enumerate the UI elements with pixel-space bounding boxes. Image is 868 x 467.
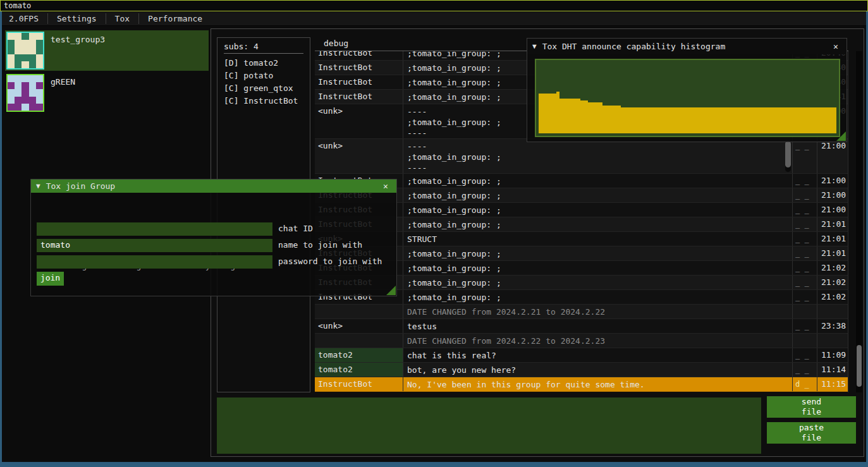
histogram-bar-segment <box>602 106 621 133</box>
message-status-flags: d _ <box>793 377 817 391</box>
window-titlebar[interactable]: tomato <box>0 0 868 11</box>
message-text: bot, are you new here? <box>403 363 793 377</box>
message-timestamp: 21:01 <box>817 246 848 260</box>
paste-file-button[interactable]: paste file <box>767 422 856 444</box>
message-timestamp: 21:00 <box>817 139 848 173</box>
join-name-input[interactable]: tomato <box>37 239 272 252</box>
chat-id-input[interactable] <box>37 222 272 236</box>
dht-histogram-plot <box>535 59 840 137</box>
join-group-window: ▼ Tox join Group ✕ NGC refers to the New… <box>30 179 397 296</box>
message-status-flags <box>793 305 817 318</box>
join-button[interactable]: join <box>37 272 64 286</box>
message-sender: tomato2 <box>315 363 403 377</box>
menu-bar: 2.0FPS SettingsToxPerformance <box>0 12 868 26</box>
message-timestamp: 21:02 <box>817 290 848 304</box>
menu-item-tox[interactable]: Tox <box>106 12 138 25</box>
message-sender <box>315 334 403 348</box>
member-item[interactable]: [C] potato <box>224 70 303 82</box>
subs-header: subs: 4 <box>224 42 303 51</box>
message-status-flags: _ _ <box>793 261 817 275</box>
message-text: ;tomato_in_group: ; <box>403 217 793 231</box>
message-timestamp: 21:02 <box>817 276 848 289</box>
message-timestamp: 11:14 <box>817 363 848 377</box>
message-text: ;tomato_in_group: ; <box>403 290 793 304</box>
message-timestamp <box>817 305 848 318</box>
message-status-flags: _ _ <box>793 217 817 231</box>
send-file-button[interactable]: send file <box>767 396 856 418</box>
join-name-input-label: name to join with <box>278 240 362 250</box>
resize-grip[interactable] <box>386 286 396 295</box>
message-sender: InstructBot <box>315 90 403 104</box>
message-row: <unk>---- ;tomato_in_group: ; ----_ _21:… <box>315 139 848 174</box>
fps-indicator: 2.0FPS <box>0 12 47 25</box>
message-status-flags: _ _ <box>793 174 817 188</box>
message-sender: <unk> <box>315 319 403 333</box>
message-timestamp: 21:01 <box>817 232 848 246</box>
menu-item-settings[interactable]: Settings <box>48 12 106 25</box>
message-status-flags: _ _ <box>793 348 817 362</box>
group-avatar <box>6 32 44 70</box>
message-sender: InstructBot <box>315 51 403 60</box>
collapse-arrow-icon[interactable]: ▼ <box>532 42 537 51</box>
message-status-flags: _ _ <box>793 290 817 304</box>
message-status-flags: _ _ <box>793 276 817 289</box>
group-item-test_group3[interactable]: test_group3 <box>5 30 209 71</box>
message-sender: <unk> <box>315 139 403 173</box>
message-text: ;tomato_in_group: ; <box>403 276 793 289</box>
message-status-flags: _ _ <box>793 139 817 173</box>
chat-id-input-label: chat ID <box>278 224 313 233</box>
join-password-input[interactable] <box>37 255 272 269</box>
chat-scrollbar[interactable] <box>856 51 862 392</box>
message-text: testus <box>403 319 793 333</box>
app-window: { "window": { "title": "tomato" }, "menu… <box>0 0 868 467</box>
message-sender: InstructBot <box>315 377 403 391</box>
group-name: gREEN <box>51 77 75 87</box>
message-sender: <unk> <box>315 104 403 138</box>
histogram-window-title: Tox DHT announce capability histogram <box>542 42 824 51</box>
message-timestamp: 21:00 <box>817 174 848 188</box>
date-row: DATE CHANGED from 2024.2.22 to 2024.2.23 <box>315 334 848 348</box>
message-text: STRUCT <box>403 232 793 246</box>
chat-scrollbar-thumb[interactable] <box>857 345 862 387</box>
member-item[interactable]: [D] tomato2 <box>224 57 303 70</box>
histogram-window: ▼ Tox DHT announce capability histogram … <box>527 38 847 142</box>
tab-debug[interactable]: debug <box>315 37 357 49</box>
window-title: tomato <box>4 1 31 10</box>
message-status-flags: _ _ <box>793 319 817 333</box>
message-row: tomato2chat is this real?_ _11:09 <box>315 348 848 363</box>
message-status-flags <box>793 334 817 348</box>
message-text: ;tomato_in_group: ; <box>403 261 793 275</box>
close-icon[interactable]: ✕ <box>380 181 391 191</box>
message-text: No, I've been in this group for quite so… <box>403 377 793 391</box>
message-status-flags: _ _ <box>793 232 817 246</box>
member-item[interactable]: [C] InstructBot <box>224 95 303 107</box>
menu-item-performance[interactable]: Performance <box>139 12 211 25</box>
message-timestamp: 11:09 <box>817 348 848 362</box>
member-item[interactable]: [C] green_qtox <box>224 82 303 95</box>
date-row: DATE CHANGED from 2024.2.21 to 2024.2.22 <box>315 305 848 319</box>
group-name: test_group3 <box>51 35 105 44</box>
subs-list: [D] tomato2[C] potato[C] green_qtox[C] I… <box>224 57 303 107</box>
message-row: tomato2bot, are you new here?_ _11:14 <box>315 363 848 377</box>
message-timestamp: 21:01 <box>817 217 848 231</box>
date-changed-text: DATE CHANGED from 2024.2.21 to 2024.2.22 <box>403 305 793 318</box>
message-text: ---- ;tomato_in_group: ; ---- <box>403 139 793 173</box>
message-sender: InstructBot <box>315 61 403 75</box>
collapse-arrow-icon[interactable]: ▼ <box>36 182 40 190</box>
resize-grip[interactable] <box>836 131 846 141</box>
message-text: ;tomato_in_group: ; <box>403 174 793 188</box>
group-avatar <box>6 74 44 112</box>
close-icon[interactable]: ✕ <box>830 42 841 51</box>
join-window-titlebar[interactable]: ▼ Tox join Group ✕ <box>31 179 396 193</box>
join-window-title: Tox join Group <box>46 181 374 191</box>
join-password-input-label: password to join with <box>278 257 382 266</box>
histogram-bar-segment <box>588 102 603 133</box>
histogram-window-titlebar[interactable]: ▼ Tox DHT announce capability histogram … <box>527 39 847 54</box>
histogram-bar-segment <box>539 94 556 133</box>
group-item-gREEN[interactable]: gREEN <box>5 73 209 113</box>
message-sender: tomato2 <box>315 348 403 362</box>
histogram-bar-segment <box>559 99 580 133</box>
message-input[interactable] <box>217 397 761 454</box>
message-timestamp: 21:00 <box>817 203 848 217</box>
message-inner-scrollbar-thumb[interactable] <box>785 141 791 167</box>
